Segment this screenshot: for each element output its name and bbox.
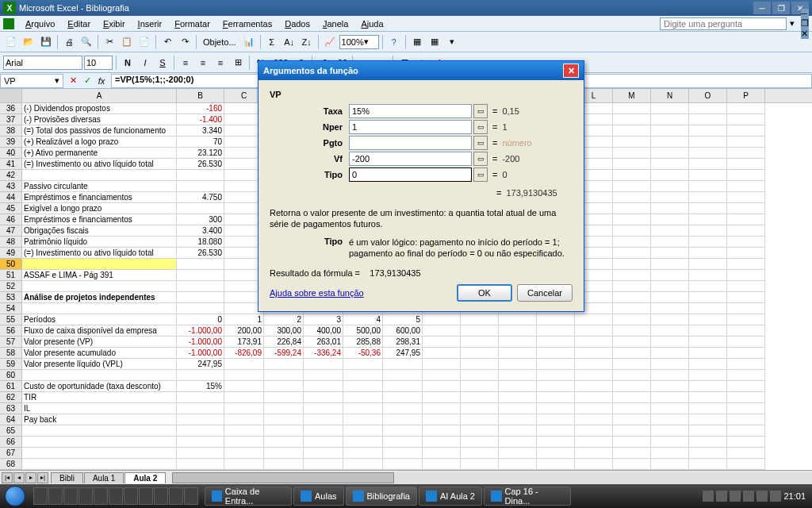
cell[interactable] xyxy=(264,392,304,403)
row-header[interactable]: 50 xyxy=(0,259,22,270)
chart-button[interactable]: 📊 xyxy=(241,34,257,50)
cell[interactable]: Períodos xyxy=(22,314,177,325)
row-header[interactable]: 46 xyxy=(0,214,22,225)
cell[interactable] xyxy=(423,337,461,348)
cell[interactable] xyxy=(423,448,461,459)
cell[interactable] xyxy=(575,437,613,448)
row-header[interactable]: 38 xyxy=(0,125,22,137)
cell[interactable] xyxy=(264,403,304,414)
cell[interactable] xyxy=(461,381,499,392)
cell[interactable] xyxy=(499,370,537,381)
taskbar-item[interactable]: Bibliografia xyxy=(346,487,417,506)
cell[interactable] xyxy=(727,459,765,470)
col-header-A[interactable]: A xyxy=(22,89,177,102)
minimize-button[interactable]: ─ xyxy=(753,2,771,14)
tb-ext3[interactable]: ▾ xyxy=(444,34,460,50)
cell[interactable] xyxy=(224,392,264,403)
cell[interactable] xyxy=(177,459,224,470)
cell[interactable] xyxy=(177,292,224,303)
cell[interactable]: (+) Ativo permanente xyxy=(22,148,177,159)
cell[interactable] xyxy=(304,425,343,437)
cell[interactable] xyxy=(499,348,537,359)
tab-nav-next[interactable]: ▸ xyxy=(25,472,36,483)
row-header[interactable]: 68 xyxy=(0,459,22,470)
cell[interactable] xyxy=(689,125,727,137)
cell[interactable]: 226,84 xyxy=(264,337,304,348)
cell[interactable] xyxy=(689,114,727,125)
col-header-N[interactable]: N xyxy=(651,89,689,102)
cell[interactable]: 15% xyxy=(177,381,224,392)
doc-minimize-button[interactable]: ─ xyxy=(801,9,809,18)
cell[interactable] xyxy=(651,270,689,281)
cell[interactable] xyxy=(461,403,499,414)
ref-button[interactable]: ▭ xyxy=(473,152,488,166)
menu-ajuda[interactable]: Ajuda xyxy=(354,17,389,30)
cell[interactable] xyxy=(651,148,689,159)
sheet-tab-Aula 2[interactable]: Aula 2 xyxy=(124,472,166,483)
arg-input-vf[interactable] xyxy=(349,152,472,166)
dialog-titlebar[interactable]: Argumentos da função ✕ xyxy=(259,61,584,80)
cell[interactable] xyxy=(499,381,537,392)
cell[interactable] xyxy=(575,381,613,392)
cell[interactable] xyxy=(343,437,383,448)
cell[interactable] xyxy=(461,414,499,425)
cell[interactable] xyxy=(177,181,224,192)
cell[interactable] xyxy=(461,459,499,470)
cell[interactable] xyxy=(689,314,727,325)
taskbar-item[interactable]: Caixa de Entra... xyxy=(205,487,292,506)
cell[interactable] xyxy=(613,303,651,314)
cell[interactable] xyxy=(727,392,765,403)
copy-button[interactable]: 📋 xyxy=(119,34,135,50)
clock[interactable]: 21:01 xyxy=(783,491,806,501)
arg-input-pgto[interactable] xyxy=(349,136,472,150)
cell[interactable] xyxy=(383,437,423,448)
cell[interactable] xyxy=(423,403,461,414)
cell[interactable]: -50,36 xyxy=(343,348,383,359)
cell[interactable] xyxy=(224,414,264,425)
cell[interactable] xyxy=(423,425,461,437)
cell[interactable]: Custo de oportunidade (taxa desconto) xyxy=(22,381,177,392)
cell[interactable] xyxy=(613,237,651,248)
cell[interactable] xyxy=(651,448,689,459)
cell[interactable] xyxy=(613,148,651,159)
cell[interactable] xyxy=(727,381,765,392)
ref-button[interactable]: ▭ xyxy=(473,167,488,182)
doc-close-button[interactable]: ✕ xyxy=(801,29,809,39)
row-header[interactable]: 54 xyxy=(0,303,22,314)
cell[interactable] xyxy=(689,281,727,292)
cell[interactable] xyxy=(537,325,575,337)
horizontal-scrollbar[interactable] xyxy=(172,472,812,483)
cell[interactable] xyxy=(22,259,177,270)
cell[interactable] xyxy=(727,292,765,303)
cell[interactable] xyxy=(304,359,343,370)
save-button[interactable]: 💾 xyxy=(38,34,54,50)
cell[interactable] xyxy=(651,125,689,137)
start-button[interactable] xyxy=(0,484,30,508)
cell[interactable] xyxy=(304,403,343,414)
cell[interactable] xyxy=(575,448,613,459)
cell[interactable] xyxy=(423,437,461,448)
cell[interactable]: 600,00 xyxy=(383,325,423,337)
cell[interactable] xyxy=(343,381,383,392)
cell[interactable] xyxy=(499,392,537,403)
row-header[interactable]: 44 xyxy=(0,192,22,203)
cell[interactable] xyxy=(613,314,651,325)
cell[interactable] xyxy=(689,359,727,370)
tab-nav-prev[interactable]: ◂ xyxy=(13,472,25,483)
cell[interactable] xyxy=(689,459,727,470)
tab-nav-first[interactable]: |◂ xyxy=(2,472,13,483)
cell[interactable] xyxy=(499,314,537,325)
cell[interactable] xyxy=(343,370,383,381)
cell[interactable] xyxy=(22,370,177,381)
cell[interactable] xyxy=(499,448,537,459)
cell[interactable] xyxy=(499,414,537,425)
cell[interactable] xyxy=(727,237,765,248)
cell[interactable] xyxy=(461,359,499,370)
cell[interactable] xyxy=(689,448,727,459)
ok-button[interactable]: OK xyxy=(457,284,512,302)
cell[interactable] xyxy=(651,137,689,148)
cell[interactable] xyxy=(383,392,423,403)
ql-item[interactable] xyxy=(109,487,123,505)
cell[interactable] xyxy=(575,414,613,425)
cell[interactable] xyxy=(499,337,537,348)
